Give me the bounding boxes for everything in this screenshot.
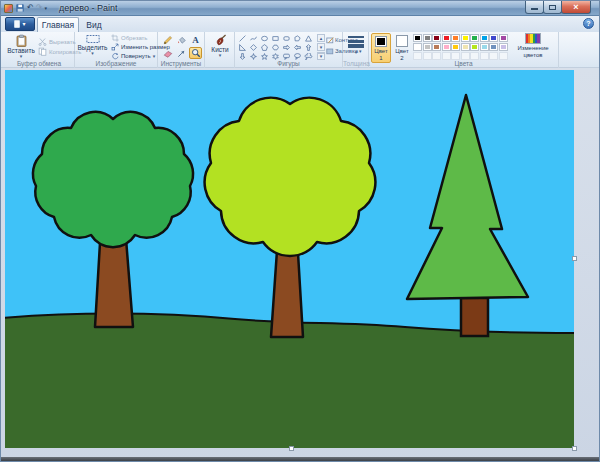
shape-arrow-up[interactable]: [303, 43, 314, 51]
shape-rounded-rectangle[interactable]: [281, 34, 292, 42]
tab-home[interactable]: Главная: [37, 17, 79, 32]
shape-ellipse[interactable]: [259, 34, 270, 42]
palette-swatch[interactable]: [432, 43, 441, 51]
paint-menu-button[interactable]: ▾: [5, 17, 35, 31]
palette-swatch[interactable]: [413, 34, 422, 42]
outline-icon: [326, 36, 334, 44]
eraser-tool[interactable]: [161, 47, 174, 59]
palette-swatch[interactable]: [489, 34, 498, 42]
shape-arrow-down[interactable]: [237, 52, 248, 60]
copy-icon: [38, 47, 47, 56]
image-group-label: Изображение: [75, 60, 157, 67]
paint-window: ↶ ↷ ▾ дерево - Paint × ▾ Главная Вид ? В…: [0, 0, 600, 462]
close-button[interactable]: ×: [561, 1, 591, 14]
group-brushes: Кисти ▾: [205, 32, 235, 68]
shapes-scroll-up[interactable]: ▴: [317, 34, 325, 42]
palette-swatch[interactable]: [461, 43, 470, 51]
palette-swatch[interactable]: [442, 34, 451, 42]
palette-swatch[interactable]: [442, 43, 451, 51]
palette-row-empty: [413, 52, 508, 60]
shape-arrow-left[interactable]: [292, 43, 303, 51]
color2-button[interactable]: Цвет 2: [393, 33, 411, 63]
palette-swatch[interactable]: [470, 43, 479, 51]
fill-bucket-tool[interactable]: [175, 34, 188, 46]
palette-swatch[interactable]: [480, 43, 489, 51]
palette-swatch[interactable]: [470, 34, 479, 42]
save-icon[interactable]: [15, 3, 25, 13]
palette-swatch[interactable]: [480, 34, 489, 42]
shape-arrow-right[interactable]: [281, 43, 292, 51]
palette-swatch[interactable]: [451, 34, 460, 42]
shape-six-point-star[interactable]: [270, 52, 281, 60]
minimize-button[interactable]: [525, 1, 544, 14]
edit-colors-button[interactable]: Изменение цветов: [509, 33, 557, 59]
palette-empty-slot[interactable]: [451, 52, 460, 60]
palette-empty-slot[interactable]: [442, 52, 451, 60]
paint-canvas[interactable]: [5, 70, 574, 448]
group-colors: Цвет 1 Цвет 2 Изменение цветов Цвета: [369, 32, 559, 68]
magnifier-tool[interactable]: [189, 47, 202, 59]
shape-right-triangle[interactable]: [237, 43, 248, 51]
palette-empty-slot[interactable]: [432, 52, 441, 60]
cut-button[interactable]: Вырезать: [38, 37, 76, 46]
qat-dropdown-icon[interactable]: ▾: [44, 5, 47, 11]
undo-icon[interactable]: ↶: [27, 4, 34, 12]
rotate-button[interactable]: Повернуть ▾: [111, 52, 155, 60]
group-size: ▾ Толщина: [343, 32, 369, 68]
shape-four-point-star[interactable]: [248, 52, 259, 60]
shape-polygon[interactable]: [292, 34, 303, 42]
shape-diamond[interactable]: [248, 43, 259, 51]
palette-swatch[interactable]: [461, 34, 470, 42]
size-button[interactable]: ▾: [345, 32, 367, 55]
shape-oval-callout[interactable]: [292, 52, 303, 60]
color-picker-tool[interactable]: [175, 47, 188, 59]
tab-view[interactable]: Вид: [81, 17, 107, 32]
edit-colors-label-1: Изменение: [517, 45, 548, 52]
shape-line[interactable]: [237, 34, 248, 42]
canvas-resize-handle-corner[interactable]: [572, 446, 577, 451]
colors-group-label: Цвета: [369, 60, 558, 67]
redo-icon[interactable]: ↷: [36, 4, 43, 12]
palette-swatch[interactable]: [451, 43, 460, 51]
help-button[interactable]: ?: [583, 18, 594, 29]
shapes-scroll-down[interactable]: ▾: [317, 43, 325, 51]
canvas-resize-handle-right[interactable]: [572, 256, 577, 261]
text-tool[interactable]: A: [189, 34, 202, 46]
palette-empty-slot[interactable]: [489, 52, 498, 60]
palette-swatch[interactable]: [423, 34, 432, 42]
paste-button[interactable]: Вставить ▾: [6, 33, 36, 59]
shape-curve[interactable]: [248, 34, 259, 42]
palette-empty-slot[interactable]: [470, 52, 479, 60]
palette-empty-slot[interactable]: [461, 52, 470, 60]
shape-five-point-star[interactable]: [259, 52, 270, 60]
shapes-more-button[interactable]: ▾: [317, 52, 325, 60]
palette-empty-slot[interactable]: [480, 52, 489, 60]
select-button[interactable]: Выделить ▾: [77, 33, 108, 56]
palette-swatch[interactable]: [413, 43, 422, 51]
palette-swatch[interactable]: [499, 34, 508, 42]
shape-cloud-callout[interactable]: [303, 52, 314, 60]
shape-pentagon[interactable]: [259, 43, 270, 51]
crop-button[interactable]: Обрезать: [111, 34, 147, 42]
palette-swatch[interactable]: [499, 43, 508, 51]
palette-swatch[interactable]: [489, 43, 498, 51]
color2-label-1: Цвет: [395, 48, 408, 55]
color1-button[interactable]: Цвет 1: [371, 33, 391, 63]
palette-empty-slot[interactable]: [499, 52, 508, 60]
pencil-tool[interactable]: [161, 34, 174, 46]
palette-swatch[interactable]: [423, 43, 432, 51]
window-controls: ×: [526, 1, 591, 14]
shape-hexagon[interactable]: [270, 43, 281, 51]
canvas-resize-handle-bottom[interactable]: [289, 446, 294, 451]
rotate-icon: [111, 52, 119, 60]
palette-swatch[interactable]: [432, 34, 441, 42]
palette-empty-slot[interactable]: [413, 52, 422, 60]
shape-triangle[interactable]: [303, 34, 314, 42]
shape-rectangle[interactable]: [270, 34, 281, 42]
palette-empty-slot[interactable]: [423, 52, 432, 60]
maximize-button[interactable]: [543, 1, 562, 14]
palette-row-2: [413, 43, 508, 51]
window-title: дерево - Paint: [59, 3, 117, 14]
brushes-button[interactable]: Кисти ▾: [207, 33, 233, 58]
shape-rounded-callout[interactable]: [281, 52, 292, 60]
